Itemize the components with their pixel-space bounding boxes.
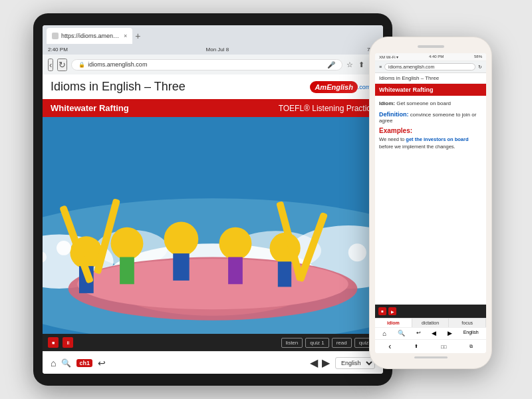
phone-tabs-icon[interactable]: ⧉ (469, 344, 473, 349)
phone-bottom-nav: ⌂ 🔍 ↩ ◀ ▶ English (375, 327, 486, 339)
tab-dictation[interactable]: dictation (412, 319, 450, 327)
tab-favicon (52, 33, 59, 39)
svg-rect-16 (228, 257, 243, 285)
tablet-date: Mon Jul 8 (206, 47, 229, 53)
tab-idiom-label: idiom (387, 321, 400, 325)
phone-stop-button[interactable]: ■ (378, 307, 386, 315)
refresh-button[interactable]: ↻ (57, 59, 67, 71)
phone-back-icon[interactable]: ‹ (388, 342, 391, 351)
svg-point-15 (219, 227, 252, 260)
tab-dictation-label: dictation (422, 321, 439, 325)
pause-button[interactable]: ⏸ (63, 337, 73, 348)
tab-idiom[interactable]: idiom (375, 319, 412, 327)
microphone-icon: 🎤 (327, 61, 335, 68)
phone-tab-bar: idiom dictation focus (375, 318, 486, 327)
browser-tab[interactable]: https://idioms.amenglish... × (47, 28, 132, 44)
quiz1-button[interactable]: quiz 1 (305, 338, 329, 348)
back-button[interactable]: ‹ (48, 59, 53, 71)
svg-point-24 (348, 243, 366, 261)
url-bar[interactable]: 🔒 idioms.amenglish.com 🎤 (71, 59, 342, 70)
phone-screen: XM Wi-Fi ▾ 4:40 PM 58% ≡ idioms.amenglis… (375, 53, 486, 353)
phone-red-banner: Whitewater Rafting (375, 84, 486, 96)
phone-page-title: Idioms in English – Three (379, 75, 439, 81)
pause-icon: ⏸ (66, 340, 70, 345)
phone-menu-icon[interactable]: ≡ (379, 65, 382, 69)
phone-url-box[interactable]: idioms.amenglish.com (384, 63, 475, 70)
svg-rect-12 (120, 257, 134, 285)
phone-content: Idiom: Get someone on board Definition: … (375, 96, 486, 305)
rafting-photo (43, 117, 383, 334)
tablet-page-content: Idioms in English – Three AmEnglish .com… (43, 74, 383, 374)
phone-video-controls: ■ ▶ (375, 305, 486, 318)
home-button[interactable]: ⌂ (51, 358, 56, 368)
phone-lang-label: English (464, 330, 479, 337)
phone-nav-play[interactable]: ▶ (448, 330, 452, 337)
phone-speaker (418, 45, 444, 48)
tablet-tab-bar: https://idioms.amenglish... × + (43, 25, 383, 44)
page-header: Idioms in English – Three AmEnglish .com… (43, 74, 383, 99)
stop-button[interactable]: ■ (48, 337, 59, 348)
phone-bookmark-icon[interactable]: □□ (441, 344, 446, 349)
next-button[interactable]: ▶ (322, 356, 330, 369)
definition-section: Definition: convince someone to join or … (379, 111, 482, 124)
listen-button[interactable]: listen (281, 338, 303, 348)
bookmark-icon[interactable]: ☆ (346, 61, 353, 69)
nav-arrows: ◀ ▶ (310, 356, 330, 369)
return-button[interactable]: ↩ (98, 358, 106, 368)
phone-home-icon[interactable]: ⌂ (382, 330, 386, 337)
stop-icon: ■ (52, 340, 55, 345)
phone-share-icon[interactable]: ⬆ (414, 344, 418, 349)
phone-return-icon: ↩ (416, 330, 421, 337)
tab-label: https://idioms.amenglish... (61, 33, 121, 39)
phone-address-bar: ≡ idioms.amenglish.com ↻ (375, 61, 486, 73)
phone-stop-icon: ■ (381, 309, 384, 313)
page-title: Idioms in English – Three (51, 80, 186, 94)
search-button[interactable]: 🔍 (61, 358, 71, 368)
read-button[interactable]: read (332, 338, 352, 348)
chapter-badge[interactable]: ch1 (76, 359, 92, 367)
share-icon[interactable]: ⬆ (358, 61, 364, 69)
tab-focus-label: focus (462, 321, 473, 325)
photo-overlay (43, 117, 383, 334)
svg-rect-18 (278, 261, 291, 287)
new-tab-icon[interactable]: + (135, 31, 140, 41)
tablet-status-bar: 2:40 PM Mon Jul 8 77% (43, 44, 383, 55)
phone-nav-prev[interactable]: ◀ (432, 330, 436, 337)
phone-search-icon[interactable]: 🔍 (398, 330, 405, 337)
phone-play-button[interactable]: ▶ (388, 307, 396, 315)
highlighted-phrase: get the investors on board (406, 136, 468, 142)
quiz-buttons: listen quiz 1 read quiz 2 (281, 338, 378, 348)
banner-title: Whitewater Rafting (51, 103, 129, 113)
svg-point-23 (57, 241, 71, 255)
tab-close-icon[interactable]: × (124, 33, 127, 39)
svg-point-13 (164, 222, 199, 257)
phone-home-bar[interactable] (414, 356, 448, 358)
prev-button[interactable]: ◀ (310, 356, 318, 369)
idiom-line: Idiom: Get someone on board (379, 100, 482, 107)
phone-play-icon: ▶ (391, 309, 394, 314)
url-text: idioms.amenglish.com (88, 61, 147, 68)
svg-point-11 (111, 227, 144, 260)
phone-bottom-bar2: ‹ ⬆ □□ ⧉ (375, 339, 486, 353)
phone-page-title-bar: Idioms in English – Three (375, 73, 486, 84)
svg-rect-14 (173, 253, 189, 281)
tablet-device: https://idioms.amenglish... × + 2:40 PM … (33, 13, 392, 386)
scene: https://idioms.amenglish... × + 2:40 PM … (0, 0, 532, 399)
phone-time: 4:40 PM (429, 55, 444, 59)
phone-device: XM Wi-Fi ▾ 4:40 PM 58% ≡ idioms.amenglis… (369, 37, 492, 369)
language-select[interactable]: English (335, 357, 375, 369)
red-banner: Whitewater Rafting TOEFL® Listening Prac… (43, 99, 383, 117)
logo-text: AmEnglish (310, 81, 357, 93)
amenglish-logo: AmEnglish .com® (310, 81, 375, 93)
phone-battery: 58% (474, 55, 482, 59)
phone-url-text: idioms.amenglish.com (388, 65, 434, 69)
phone-carrier: XM Wi-Fi ▾ (379, 55, 398, 59)
lock-icon: 🔒 (78, 62, 85, 68)
tab-focus[interactable]: focus (449, 319, 486, 327)
idiom-text: Get someone on board (396, 100, 451, 106)
tablet-time: 2:40 PM (48, 47, 68, 53)
phone-refresh-icon[interactable]: ↻ (478, 65, 482, 70)
examples-label: Examples: (379, 127, 482, 134)
phone-banner-text: Whitewater Rafting (379, 86, 434, 93)
tablet-address-bar: ‹ ↻ 🔒 idioms.amenglish.com 🎤 ☆ ⬆ ••• (43, 55, 383, 74)
